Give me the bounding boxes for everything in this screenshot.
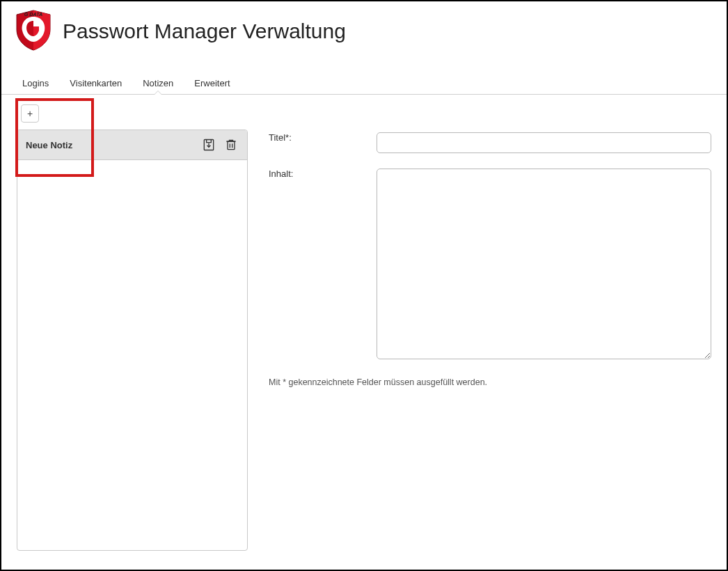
tab-visitenkarten[interactable]: Visitenkarten (68, 74, 123, 94)
tab-bar: Logins Visitenkarten Notizen Erweitert (1, 74, 727, 95)
save-icon[interactable] (201, 137, 216, 152)
title-label: Titel*: (269, 132, 377, 143)
add-note-button[interactable]: + (21, 104, 39, 123)
page-title: Passwort Manager Verwaltung (63, 19, 346, 43)
trash-icon[interactable] (223, 137, 239, 152)
list-item-actions (201, 137, 239, 152)
content-label: Inhalt: (269, 169, 377, 179)
field-title-row: Titel*: (269, 132, 711, 153)
detail-panel: Titel*: Inhalt: Mit * gekennzeichnete Fe… (269, 130, 711, 551)
toolbar: + (1, 95, 727, 130)
tab-notizen[interactable]: Notizen (141, 74, 175, 94)
list-item[interactable]: Neue Notiz (17, 130, 247, 160)
tab-logins[interactable]: Logins (21, 74, 50, 94)
notes-list-panel: Neue Notiz (17, 130, 248, 551)
title-input[interactable] (377, 132, 711, 153)
content-area: Neue Notiz Titel*: Inhalt: Mit * g (1, 130, 727, 551)
svg-rect-2 (228, 141, 235, 150)
list-item-label: Neue Notiz (26, 140, 72, 150)
tab-erweitert[interactable]: Erweitert (193, 74, 231, 94)
svg-text:G DATA: G DATA (24, 11, 42, 17)
field-content-row: Inhalt: (269, 169, 711, 362)
app-header: G DATA Passwort Manager Verwaltung (1, 1, 727, 54)
required-hint: Mit * gekennzeichnete Felder müssen ausg… (269, 377, 711, 387)
brand-logo: G DATA (14, 8, 53, 54)
content-textarea[interactable] (377, 169, 711, 359)
